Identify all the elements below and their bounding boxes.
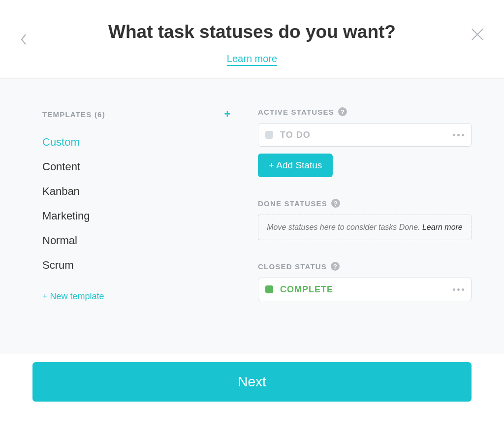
statuses-panel: ACTIVE STATUSES ? TO DO + Add Status DON… <box>258 107 472 302</box>
close-button[interactable] <box>468 25 487 44</box>
status-more-icon[interactable] <box>453 288 464 291</box>
template-item-scrum[interactable]: Scrum <box>42 259 234 272</box>
learn-more-link[interactable]: Learn more <box>227 53 277 66</box>
done-statuses-label: DONE STATUSES <box>258 199 327 208</box>
status-card-todo[interactable]: TO DO <box>258 123 472 147</box>
close-icon <box>471 28 484 41</box>
add-status-button[interactable]: + Add Status <box>258 154 333 177</box>
done-help-icon[interactable]: ? <box>331 199 340 208</box>
closed-status-label: CLOSED STATUS <box>258 262 327 271</box>
next-button[interactable]: Next <box>32 362 472 402</box>
templates-list: Custom Content Kanban Marketing Normal S… <box>42 136 234 272</box>
closed-help-icon[interactable]: ? <box>331 262 340 271</box>
status-color-chip <box>265 131 273 139</box>
status-color-chip <box>265 285 273 293</box>
new-template-link[interactable]: + New template <box>42 291 234 302</box>
dropzone-learn-more[interactable]: Learn more <box>422 223 463 231</box>
done-dropzone[interactable]: Move statuses here to consider tasks Don… <box>258 215 472 240</box>
status-card-complete[interactable]: COMPLETE <box>258 278 472 301</box>
template-item-content[interactable]: Content <box>42 160 234 173</box>
body: TEMPLATES (6) + Custom Content Kanban Ma… <box>0 79 504 354</box>
templates-header: TEMPLATES (6) <box>42 110 105 119</box>
footer: Next <box>0 354 504 421</box>
dropzone-text: Move statuses here to consider tasks Don… <box>267 223 422 231</box>
active-help-icon[interactable]: ? <box>338 107 347 116</box>
template-item-marketing[interactable]: Marketing <box>42 210 234 222</box>
active-statuses-label: ACTIVE STATUSES <box>258 108 334 116</box>
status-more-icon[interactable] <box>453 134 464 136</box>
learn-more-wrap: Learn more <box>0 53 504 64</box>
header: What task statuses do you want? Learn mo… <box>0 0 504 79</box>
template-item-custom[interactable]: Custom <box>42 136 234 149</box>
status-name: COMPLETE <box>280 284 446 295</box>
templates-panel: TEMPLATES (6) + Custom Content Kanban Ma… <box>42 107 234 302</box>
template-item-kanban[interactable]: Kanban <box>42 185 234 198</box>
template-item-normal[interactable]: Normal <box>42 234 234 247</box>
status-name: TO DO <box>280 130 446 140</box>
page-title: What task statuses do you want? <box>0 22 504 42</box>
add-template-icon[interactable]: + <box>220 107 234 121</box>
